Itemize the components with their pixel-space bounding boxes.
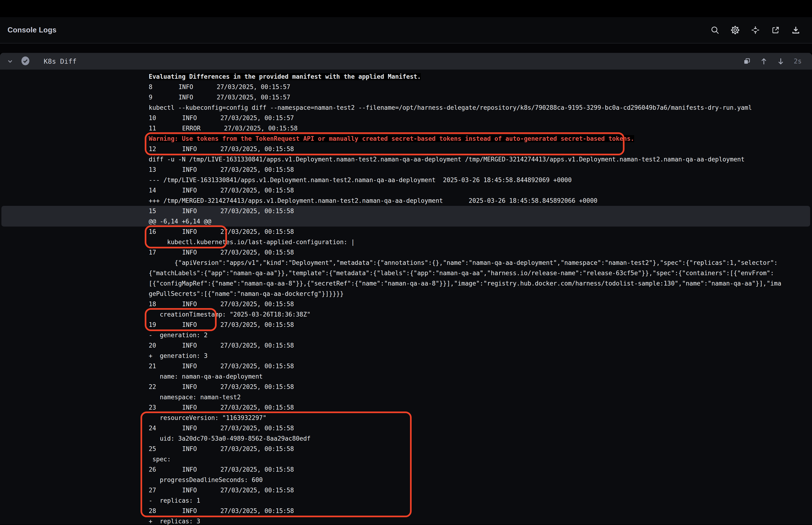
log-level: INFO <box>182 487 197 494</box>
log-message: --- /tmp/LIVE-1631330841/apps.v1.Deploym… <box>149 175 783 185</box>
log-timestamp: 27/03/2025, 00:15:58 <box>220 187 294 194</box>
log-row: 12INFO27/03/2025, 00:15:58diff -u -N /tm… <box>0 144 812 165</box>
log-timestamp: 27/03/2025, 00:15:58 <box>220 466 294 473</box>
log-message: spec: <box>149 454 783 464</box>
line-number[interactable]: 18 <box>149 301 156 308</box>
step-status-icon <box>20 56 31 67</box>
log-row: 20INFO27/03/2025, 00:15:58+ generation: … <box>0 340 812 361</box>
log-level: INFO <box>182 363 197 370</box>
log-row: 27INFO27/03/2025, 00:15:58- replicas: 1 <box>0 485 812 506</box>
log-message: name: naman-qa-aa-deployment <box>149 371 783 381</box>
collapse-button[interactable] <box>750 25 761 35</box>
line-number[interactable]: 23 <box>149 404 156 411</box>
log-timestamp: 27/03/2025, 00:15:58 <box>220 249 294 256</box>
scroll-to-top-button[interactable] <box>759 56 769 67</box>
log-timestamp: 27/03/2025, 00:15:57 <box>217 84 290 90</box>
log-timestamp: 27/03/2025, 00:15:58 <box>220 507 294 514</box>
step-header-right: 2s <box>741 56 802 67</box>
download-button[interactable] <box>791 25 801 35</box>
line-number[interactable]: 25 <box>149 445 156 452</box>
line-number[interactable]: 13 <box>149 166 156 173</box>
log-message: +++ /tmp/MERGED-3214274413/apps.v1.Deplo… <box>149 196 783 206</box>
log-timestamp: 27/03/2025, 00:15:58 <box>220 146 294 152</box>
line-number[interactable]: 16 <box>149 228 156 235</box>
warning-text: Warning: Use tokens from the TokenReques… <box>149 135 634 142</box>
line-number[interactable]: 24 <box>149 425 156 432</box>
step-header-left: K8s Diff <box>5 56 77 67</box>
log-level: INFO <box>182 146 197 152</box>
log-level: INFO <box>179 84 193 90</box>
log-row: 11ERROR27/03/2025, 00:15:58Warning: Use … <box>0 123 812 144</box>
log-row: 14INFO27/03/2025, 00:15:58+++ /tmp/MERGE… <box>0 185 812 206</box>
line-number[interactable]: 20 <box>149 342 156 349</box>
log-row: 13INFO27/03/2025, 00:15:58--- /tmp/LIVE-… <box>0 165 812 185</box>
log-level: INFO <box>182 342 197 349</box>
log-timestamp: 27/03/2025, 00:15:58 <box>220 425 294 432</box>
log-level: INFO <box>182 166 197 173</box>
log-row: 22INFO27/03/2025, 00:15:58 namespace: na… <box>0 381 812 402</box>
log-row: 8INFO27/03/2025, 00:15:57 <box>0 82 812 92</box>
log-message: progressDeadlineSeconds: 600 <box>149 475 783 485</box>
download-icon <box>791 25 800 35</box>
external-link-icon <box>771 26 780 34</box>
line-number[interactable]: 14 <box>149 187 156 194</box>
line-number[interactable]: 19 <box>149 321 156 328</box>
log-message: namespace: naman-test2 <box>149 392 783 402</box>
log-row: Evaluating Differences in the provided m… <box>0 72 812 82</box>
header-gap <box>0 44 812 53</box>
log-row: 26INFO27/03/2025, 00:15:58 progressDeadl… <box>0 464 812 485</box>
settings-button[interactable] <box>730 25 740 35</box>
log-level: INFO <box>182 249 197 256</box>
log-timestamp: 27/03/2025, 00:15:58 <box>220 342 294 349</box>
arrow-down-icon <box>776 57 785 66</box>
log-row: 23INFO27/03/2025, 00:15:58 resourceVersi… <box>0 402 812 423</box>
line-number[interactable]: 22 <box>149 383 156 390</box>
log-timestamp: 27/03/2025, 00:15:58 <box>220 301 294 308</box>
log-timestamp: 27/03/2025, 00:15:58 <box>220 487 294 494</box>
log-message: resourceVersion: "1163932297" <box>149 412 783 423</box>
line-number[interactable]: 12 <box>149 146 156 152</box>
page-title: Console Logs <box>7 26 57 34</box>
log-message: uid: 3a20dc70-53a0-4989-8562-8aa29ac80ed… <box>149 433 783 444</box>
line-number[interactable]: 15 <box>149 208 156 214</box>
line-number[interactable]: 28 <box>149 507 156 514</box>
open-in-new-button[interactable] <box>770 25 781 35</box>
log-level: INFO <box>182 404 197 411</box>
log-level: INFO <box>182 228 197 235</box>
line-number[interactable]: 27 <box>149 487 156 494</box>
log-level: INFO <box>182 301 197 308</box>
log-timestamp: 27/03/2025, 00:15:58 <box>220 383 294 390</box>
log-timestamp: 27/03/2025, 00:15:58 <box>224 125 298 132</box>
log-timestamp: 27/03/2025, 00:15:58 <box>220 228 294 235</box>
log-message: - replicas: 1 <box>149 495 783 506</box>
log-level: INFO <box>182 425 197 432</box>
scroll-to-bottom-button[interactable] <box>775 56 786 67</box>
log-level: INFO <box>179 94 193 101</box>
line-number[interactable]: 8 <box>149 84 153 90</box>
line-number[interactable]: 11 <box>149 125 156 132</box>
log-row: 24INFO27/03/2025, 00:15:58 uid: 3a20dc70… <box>0 423 812 444</box>
log-level: ERROR <box>182 125 200 132</box>
line-number[interactable]: 21 <box>149 363 156 370</box>
log-level: INFO <box>182 507 197 514</box>
line-number[interactable]: 26 <box>149 466 156 473</box>
log-row: 28INFO27/03/2025, 00:15:58+ replicas: 3 <box>0 506 812 525</box>
log-level: INFO <box>182 115 197 121</box>
log-level: INFO <box>182 321 197 328</box>
line-number[interactable]: 10 <box>149 115 156 121</box>
line-number[interactable]: 17 <box>149 249 156 256</box>
log-message: kubectl.kubernetes.io/last-applied-confi… <box>149 237 783 247</box>
step-header-k8s-diff[interactable]: K8s Diff <box>0 53 812 70</box>
search-button[interactable] <box>709 25 720 35</box>
collapse-step-button[interactable] <box>5 56 16 67</box>
log-timestamp: 27/03/2025, 00:15:58 <box>220 208 294 214</box>
log-row: 15INFO27/03/2025, 00:15:58@@ -6,14 +6,14… <box>0 206 812 227</box>
log-row: 19INFO27/03/2025, 00:15:58- generation: … <box>0 320 812 340</box>
line-number[interactable]: 9 <box>149 94 153 101</box>
log-timestamp: 27/03/2025, 00:15:58 <box>220 404 294 411</box>
log-timestamp: 27/03/2025, 00:15:58 <box>220 445 294 452</box>
copy-logs-button[interactable] <box>741 56 752 67</box>
log-level: INFO <box>182 445 197 452</box>
log-row: 16INFO27/03/2025, 00:15:58 kubectl.kuber… <box>0 227 812 247</box>
log-message: kubectl --kubeconfig=config diff --names… <box>149 103 783 113</box>
